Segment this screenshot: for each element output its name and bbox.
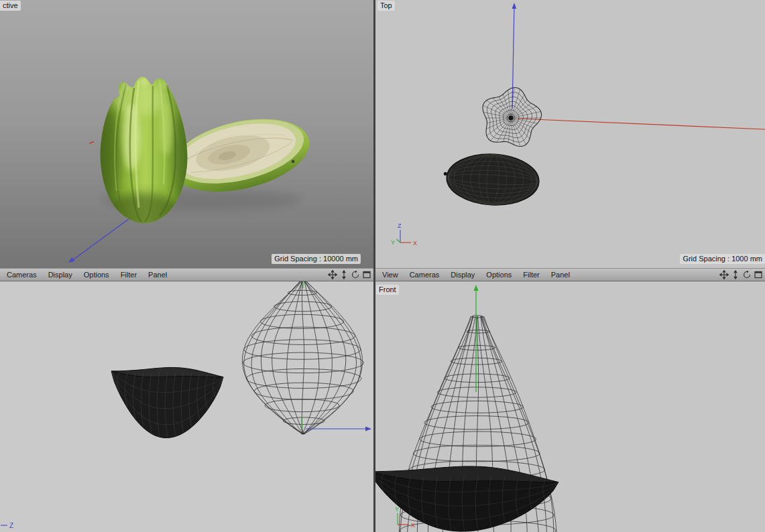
- viewport-top[interactable]: Z Y X Top Grid Spacing : 1000 mm: [375, 0, 765, 268]
- viewport-label: ctive: [0, 1, 21, 11]
- viewport-menu: View Cameras Display Options Filter Pane…: [375, 271, 581, 279]
- menu-filter[interactable]: Filter: [121, 271, 137, 279]
- maximize-icon[interactable]: [754, 270, 763, 279]
- menu-panel[interactable]: Panel: [148, 271, 167, 279]
- axis-z-label: Z: [9, 522, 13, 529]
- menu-filter[interactable]: Filter: [523, 271, 539, 279]
- perspective-scene: [0, 0, 373, 268]
- menubar-bottom-left-viewport: Cameras Display Options Filter Panel: [0, 268, 373, 281]
- menu-view[interactable]: View: [382, 271, 398, 279]
- maximize-icon[interactable]: [362, 270, 371, 279]
- z-axis-arrow: [306, 427, 371, 431]
- viewport-perspective[interactable]: ctive Grid Spacing : 10000 mm: [0, 0, 373, 268]
- viewport-bottom-left[interactable]: Z: [0, 281, 373, 532]
- axis-x-label: X: [413, 240, 417, 247]
- wireframe-top-view: [443, 88, 542, 208]
- zoom-icon[interactable]: [731, 270, 740, 279]
- x-axis-line: [518, 119, 765, 129]
- move-icon[interactable]: [328, 270, 337, 279]
- move-icon[interactable]: [719, 270, 729, 279]
- axis-y-label: Y: [391, 239, 395, 246]
- axis-orientation-widget: Z: [1, 522, 13, 529]
- menu-display[interactable]: Display: [451, 271, 475, 279]
- x-axis-tick: [89, 142, 94, 144]
- viewport-nav-icons: [719, 270, 765, 279]
- front-scene: Y X: [375, 281, 765, 532]
- menu-cameras[interactable]: Cameras: [7, 271, 37, 279]
- zoom-icon[interactable]: [339, 270, 349, 279]
- top-scene: Z Y X: [375, 0, 765, 268]
- viewport-label: Front: [376, 285, 399, 295]
- grid-spacing-badge: Grid Spacing : 10000 mm: [272, 254, 361, 264]
- stem-dot: [292, 160, 295, 163]
- viewport-menu: Cameras Display Options Filter Panel: [0, 271, 178, 279]
- menu-cameras[interactable]: Cameras: [410, 271, 440, 279]
- rotate-icon[interactable]: [351, 270, 360, 279]
- z-axis-arrow: [512, 3, 517, 109]
- menu-display[interactable]: Display: [48, 271, 72, 279]
- viewport-nav-icons: [328, 270, 373, 279]
- axis-y-label: Y: [395, 506, 399, 513]
- menu-options[interactable]: Options: [486, 271, 512, 279]
- wireframe-models: [111, 281, 363, 438]
- wireframe-models: [375, 316, 558, 532]
- axis-x-label: X: [411, 522, 415, 529]
- axis-orientation-widget: Z Y X: [391, 222, 417, 247]
- side-scene: Z: [0, 281, 373, 532]
- viewport-front[interactable]: Y X Front: [375, 281, 765, 532]
- viewport-label: Top: [377, 1, 395, 11]
- grid-spacing-badge: Grid Spacing : 1000 mm: [680, 254, 765, 264]
- rotate-icon[interactable]: [742, 270, 752, 279]
- menu-panel[interactable]: Panel: [551, 271, 570, 279]
- menubar-front-viewport: View Cameras Display Options Filter Pane…: [375, 268, 765, 281]
- menu-options[interactable]: Options: [84, 271, 109, 279]
- viewport-grid: ctive Grid Spacing : 10000 mm Z Y X Top …: [0, 0, 765, 532]
- axis-z-label: Z: [398, 222, 402, 229]
